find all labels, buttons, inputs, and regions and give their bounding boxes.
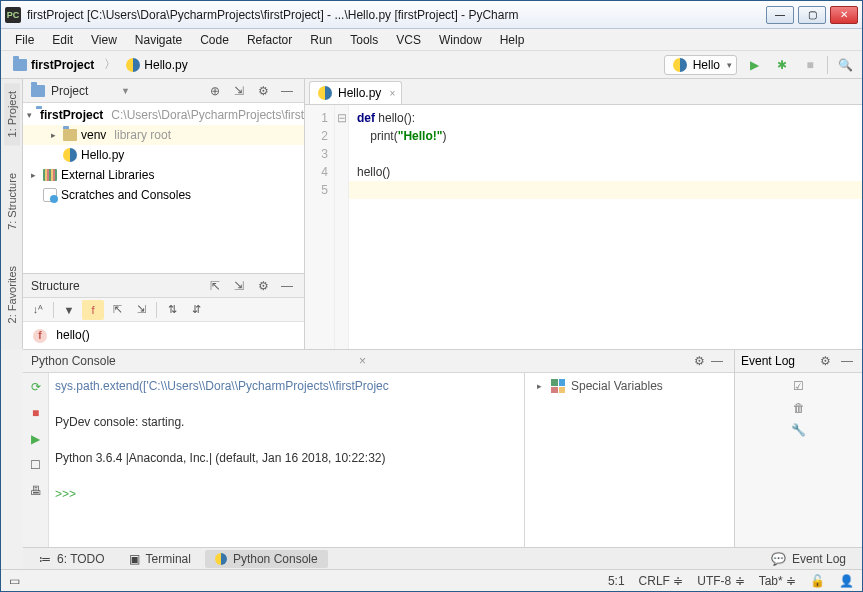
fold-gutter[interactable]: ⊟: [335, 105, 349, 349]
separator: [156, 302, 157, 318]
autoscroll-from-button[interactable]: ⇵: [185, 300, 207, 320]
hide-panel-icon[interactable]: —: [278, 277, 296, 295]
python-file-icon: [63, 148, 77, 162]
execute-button[interactable]: ▶: [26, 429, 46, 449]
run-button[interactable]: ▶: [743, 54, 765, 76]
menu-file[interactable]: File: [7, 31, 42, 49]
menu-navigate[interactable]: Navigate: [127, 31, 190, 49]
autoscroll-button[interactable]: ⇅: [161, 300, 183, 320]
tooltab-event-log[interactable]: 💬 Event Log: [761, 550, 856, 568]
status-caret-position[interactable]: 5:1: [608, 574, 625, 588]
tooltab-python-console[interactable]: Python Console: [205, 550, 328, 568]
rerun-button[interactable]: ⟳: [26, 377, 46, 397]
status-line-separator[interactable]: CRLF ≑: [639, 574, 684, 588]
tooltab-todo[interactable]: ≔ 6: TODO: [29, 550, 115, 568]
menu-code[interactable]: Code: [192, 31, 237, 49]
console-line: PyDev console: starting.: [55, 415, 184, 429]
line-number-gutter[interactable]: 1 2 3 4 5: [305, 105, 335, 349]
structure-body[interactable]: f hello(): [23, 322, 304, 349]
code-text: hello():: [378, 111, 415, 125]
menu-help[interactable]: Help: [492, 31, 533, 49]
menu-window[interactable]: Window: [431, 31, 490, 49]
fold-marker-icon[interactable]: ⊟: [335, 109, 348, 127]
tree-file-hello[interactable]: Hello.py: [23, 145, 304, 165]
chevron-right-icon[interactable]: ▸: [47, 130, 59, 140]
breadcrumb-file[interactable]: Hello.py: [120, 56, 193, 74]
filter-button[interactable]: ▼: [58, 300, 80, 320]
settings-icon[interactable]: ⚙: [254, 82, 272, 100]
chevron-right-icon[interactable]: ▸: [533, 381, 545, 391]
settings-icon[interactable]: ⚙: [254, 277, 272, 295]
chevron-down-icon[interactable]: ▾: [27, 110, 32, 120]
menu-vcs[interactable]: VCS: [388, 31, 429, 49]
hide-panel-icon[interactable]: —: [278, 82, 296, 100]
delete-icon[interactable]: 🗑: [793, 401, 805, 415]
status-encoding[interactable]: UTF-8 ≑: [697, 574, 744, 588]
tooltab-terminal[interactable]: ▣ Terminal: [119, 550, 201, 568]
event-log-panel: Event Log ⚙ — ☑ 🗑 🔧: [734, 350, 862, 547]
expand-icon[interactable]: ⇱: [206, 277, 224, 295]
folder-icon: [63, 129, 77, 141]
menu-tools[interactable]: Tools: [342, 31, 386, 49]
settings-icon[interactable]: ⚙: [690, 352, 708, 370]
stop-button[interactable]: ■: [799, 54, 821, 76]
search-everywhere-button[interactable]: 🔍: [834, 54, 856, 76]
locate-icon[interactable]: ⊕: [206, 82, 224, 100]
console-line: Python 3.6.4 |Anaconda, Inc.| (default, …: [55, 451, 385, 465]
menu-view[interactable]: View: [83, 31, 125, 49]
editor-tab-hello[interactable]: Hello.py ×: [309, 81, 402, 104]
expand-button[interactable]: ⇱: [106, 300, 128, 320]
code-editor[interactable]: def hello(): print("Hello!") hello(): [349, 105, 862, 349]
line-number: 2: [305, 127, 328, 145]
maximize-button[interactable]: ▢: [798, 6, 826, 24]
status-readonly-icon[interactable]: 🔓: [810, 574, 825, 588]
show-fields-button[interactable]: f: [82, 300, 104, 320]
variables-panel: ▸ Special Variables: [524, 373, 734, 547]
tooltab-label: 6: TODO: [57, 552, 105, 566]
menu-edit[interactable]: Edit: [44, 31, 81, 49]
stop-console-button[interactable]: ■: [26, 403, 46, 423]
debug-button[interactable]: ✱: [771, 54, 793, 76]
project-tree[interactable]: ▾ firstProject C:\Users\Dora\PycharmProj…: [23, 103, 304, 273]
hide-panel-icon[interactable]: —: [838, 352, 856, 370]
folder-icon: [13, 59, 27, 71]
collapse-icon[interactable]: ⇲: [230, 277, 248, 295]
sort-alpha-button[interactable]: ↓ᴬ: [27, 300, 49, 320]
sidetab-favorites[interactable]: 2: Favorites: [4, 258, 20, 331]
status-indent[interactable]: Tab* ≑: [759, 574, 796, 588]
breadcrumb-project[interactable]: firstProject: [7, 56, 100, 74]
chevron-right-icon[interactable]: ▸: [27, 170, 39, 180]
close-button[interactable]: ✕: [830, 6, 858, 24]
sidetab-project[interactable]: 1: Project: [4, 83, 20, 145]
structure-item-hello[interactable]: f hello(): [33, 328, 294, 343]
toggle-button[interactable]: ☐: [26, 455, 46, 475]
editor-body[interactable]: 1 2 3 4 5 ⊟ def hello(): print("Hello!")…: [305, 105, 862, 349]
collapse-all-icon[interactable]: ⇲: [230, 82, 248, 100]
mark-read-icon[interactable]: ☑: [793, 379, 804, 393]
menu-run[interactable]: Run: [302, 31, 340, 49]
status-hector-icon[interactable]: 👤: [839, 574, 854, 588]
tree-venv-note: library root: [114, 128, 171, 142]
tree-external-libraries[interactable]: ▸ External Libraries: [23, 165, 304, 185]
python-icon: [673, 58, 687, 72]
collapse-button[interactable]: ⇲: [130, 300, 152, 320]
dropdown-icon[interactable]: ▼: [121, 86, 130, 96]
print-button[interactable]: 🖶: [26, 481, 46, 501]
console-prompt[interactable]: >>>: [55, 487, 76, 501]
tree-venv[interactable]: ▸ venv library root: [23, 125, 304, 145]
settings-tool-icon[interactable]: 🔧: [791, 423, 806, 437]
event-log-icon: 💬: [771, 552, 786, 566]
special-variables-row[interactable]: ▸ Special Variables: [525, 373, 734, 399]
console-output[interactable]: sys.path.extend(['C:\\Users\\Dora\\Pycha…: [49, 373, 524, 547]
close-tab-icon[interactable]: ×: [390, 88, 396, 99]
run-configuration-select[interactable]: Hello: [664, 55, 737, 75]
minimize-button[interactable]: —: [766, 6, 794, 24]
close-console-icon[interactable]: ×: [359, 354, 366, 368]
tree-scratches[interactable]: Scratches and Consoles: [23, 185, 304, 205]
menu-refactor[interactable]: Refactor: [239, 31, 300, 49]
tree-root[interactable]: ▾ firstProject C:\Users\Dora\PycharmProj…: [23, 105, 304, 125]
hide-panel-icon[interactable]: —: [708, 352, 726, 370]
status-message-icon[interactable]: ▭: [9, 574, 20, 588]
settings-icon[interactable]: ⚙: [816, 352, 834, 370]
sidetab-structure[interactable]: 7: Structure: [4, 165, 20, 238]
